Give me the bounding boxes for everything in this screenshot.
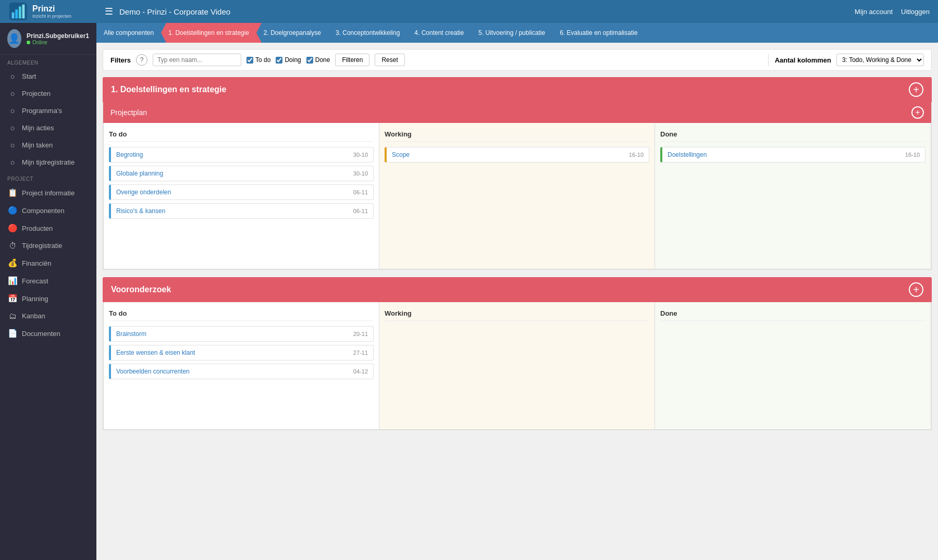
card-name-scope[interactable]: Scope xyxy=(392,151,410,158)
card-date-brainstorm: 20-11 xyxy=(353,331,368,337)
columns-grid-projectplan: To do Begroting 30-10 Globale planning 3… xyxy=(103,123,931,269)
sidebar-item-tijdregistratie[interactable]: ⏱ Tijdregistratie xyxy=(0,237,96,254)
kanban-card[interactable]: Doelstellingen 16-10 xyxy=(660,147,925,163)
subsection-vooronderzoek: To do Brainstorm 20-11 Eerste wensen & e… xyxy=(103,302,932,430)
kanban-card[interactable]: Risico's & kansen 06-11 xyxy=(109,203,374,219)
logo-tagline: Inzicht in projecten xyxy=(32,14,71,19)
nav-content-creatie[interactable]: 4. Content creatie xyxy=(407,23,471,43)
card-date-doelstellingen: 16-10 xyxy=(905,152,920,158)
col-header-working-vo: Working xyxy=(385,307,649,321)
sidebar-item-mijn-tijdregistratie[interactable]: ○ Mijn tijdregistratie xyxy=(0,154,96,171)
section-add-button[interactable]: + xyxy=(909,82,923,97)
circle-icon: ○ xyxy=(7,106,18,115)
column-done-projectplan: Done Doelstellingen 16-10 xyxy=(655,123,931,269)
filter-button[interactable]: Filteren xyxy=(335,54,369,66)
subsection-add-button[interactable]: + xyxy=(911,106,924,119)
empty-space xyxy=(385,166,649,207)
user-status: Online xyxy=(27,40,89,45)
section-header-doelstellingen: 1. Doelstellingen en strategie + xyxy=(103,77,932,102)
brand-name: Prinzi xyxy=(32,4,71,14)
circle-icon: ○ xyxy=(7,89,18,98)
card-name-brainstorm[interactable]: Brainstorm xyxy=(116,330,146,338)
separator xyxy=(768,54,769,66)
time-icon: ⏱ xyxy=(7,241,18,250)
menu-icon[interactable]: ☰ xyxy=(105,6,113,17)
card-name-globale-planning[interactable]: Globale planning xyxy=(116,170,163,177)
column-working-vooronderzoek: Working xyxy=(379,302,655,429)
account-link[interactable]: Mijn account xyxy=(855,8,893,16)
sidebar-item-start[interactable]: ○ Start xyxy=(0,68,96,85)
col-header-todo: To do xyxy=(109,128,374,142)
sidebar-user: 👤 Prinzi.Subgebruiker1 Online xyxy=(0,23,96,55)
circle-icon: ○ xyxy=(7,123,18,132)
sidebar: 👤 Prinzi.Subgebruiker1 Online Algemeen ○… xyxy=(0,23,96,560)
card-date-overige-onderdelen: 06-11 xyxy=(353,189,368,195)
subsection-header-projectplan: Projectplan + xyxy=(103,102,931,123)
nav-doelgroepanalyse[interactable]: 2. Doelgroepanalyse xyxy=(256,23,328,43)
nav-conceptontwikkeling[interactable]: 3. Conceptontwikkeling xyxy=(328,23,407,43)
logout-link[interactable]: Uitloggen xyxy=(901,8,930,16)
nav-evaluatie[interactable]: 6. Evaluatie en optimalisatie xyxy=(552,23,645,43)
sidebar-item-kanban[interactable]: 🗂 Kanban xyxy=(0,307,96,325)
section-vooronderzoek: Vooronderzoek + To do Brainstorm 20-11 xyxy=(103,277,932,430)
section-add-button-vooronderzoek[interactable]: + xyxy=(909,282,923,297)
reset-button[interactable]: Reset xyxy=(375,54,404,66)
sidebar-item-mijn-taken[interactable]: ○ Mijn taken xyxy=(0,136,96,154)
kanban-card[interactable]: Brainstorm 20-11 xyxy=(109,326,374,342)
filters-bar: Filters ? To do Doing Done Filteren Rese… xyxy=(103,49,932,71)
card-name-risicos[interactable]: Risico's & kansen xyxy=(116,207,165,215)
empty-space xyxy=(660,166,925,207)
sidebar-item-forecast[interactable]: 📊 Forecast xyxy=(0,272,96,290)
sidebar-item-programmas[interactable]: ○ Programma's xyxy=(0,102,96,119)
kanban-card[interactable]: Begroting 30-10 xyxy=(109,147,374,163)
sidebar-item-documenten[interactable]: 📄 Documenten xyxy=(0,325,96,342)
sidebar-section-algemeen: Algemeen xyxy=(0,55,96,68)
sidebar-item-project-informatie[interactable]: 📋 Project informatie xyxy=(0,184,96,202)
empty-space xyxy=(385,326,649,368)
filter-todo-checkbox[interactable]: To do xyxy=(246,56,270,64)
svg-rect-1 xyxy=(12,13,15,18)
sidebar-item-planning[interactable]: 📅 Planning xyxy=(0,290,96,307)
col-header-done: Done xyxy=(660,128,925,142)
forecast-icon: 📊 xyxy=(7,276,18,285)
aantal-select[interactable]: 3: Todo, Working & Done xyxy=(836,54,924,66)
aantal-select-wrap: 3: Todo, Working & Done xyxy=(836,54,924,66)
card-name-voorbeelden[interactable]: Voorbeelden concurrenten xyxy=(116,368,190,375)
card-name-doelstellingen-card[interactable]: Doelstellingen xyxy=(668,151,707,158)
products-icon: 🔴 xyxy=(7,223,18,233)
card-date-voorbeelden: 04-12 xyxy=(353,368,368,375)
filter-help-button[interactable]: ? xyxy=(136,54,147,66)
aantal-kolommen-section: Aantal kolommen 3: Todo, Working & Done xyxy=(775,54,924,66)
card-name-overige-onderdelen[interactable]: Overige onderdelen xyxy=(116,189,171,196)
card-name-begroting[interactable]: Begroting xyxy=(116,151,143,158)
sidebar-item-financien[interactable]: 💰 Financiën xyxy=(0,254,96,272)
nav-uitvoering[interactable]: 5. Uitvoering / publicatie xyxy=(471,23,552,43)
kanban-card[interactable]: Globale planning 30-10 xyxy=(109,166,374,181)
card-date-begroting: 30-10 xyxy=(353,152,368,158)
sidebar-item-mijn-acties[interactable]: ○ Mijn acties xyxy=(0,119,96,136)
kanban-card[interactable]: Voorbeelden concurrenten 04-12 xyxy=(109,364,374,379)
filter-search-input[interactable] xyxy=(153,54,241,66)
kanban-card[interactable]: Scope 16-10 xyxy=(385,147,649,163)
card-date-globale-planning: 30-10 xyxy=(353,170,368,177)
sidebar-item-producten[interactable]: 🔴 Producten xyxy=(0,219,96,237)
kanban-card[interactable]: Overige onderdelen 06-11 xyxy=(109,184,374,200)
status-dot xyxy=(27,41,30,44)
user-name: Prinzi.Subgebruiker1 xyxy=(27,32,89,40)
logo-text: Prinzi Inzicht in projecten xyxy=(32,4,71,19)
nav-alle-componenten[interactable]: Alle componenten xyxy=(96,23,161,43)
content-area: Filters ? To do Doing Done Filteren Rese… xyxy=(96,43,938,560)
sidebar-item-projecten[interactable]: ○ Projecten xyxy=(0,85,96,102)
kanban-card[interactable]: Eerste wensen & eisen klant 27-11 xyxy=(109,345,374,360)
sidebar-item-componenten[interactable]: 🔵 Componenten xyxy=(0,202,96,219)
nav-doelstellingen[interactable]: 1. Doelstellingen en strategie xyxy=(161,23,256,43)
page-title: Demo - Prinzi - Corporate Video xyxy=(119,7,855,16)
planning-icon: 📅 xyxy=(7,294,18,303)
filter-done-checkbox[interactable]: Done xyxy=(306,56,330,64)
filter-doing-checkbox[interactable]: Doing xyxy=(276,56,301,64)
card-name-eerste-wensen[interactable]: Eerste wensen & eisen klant xyxy=(116,349,195,356)
nav-bar: Alle componenten 1. Doelstellingen en st… xyxy=(96,23,938,43)
column-todo-vooronderzoek: To do Brainstorm 20-11 Eerste wensen & e… xyxy=(104,302,379,429)
col-header-done-vo: Done xyxy=(660,307,925,321)
svg-rect-2 xyxy=(15,9,18,18)
